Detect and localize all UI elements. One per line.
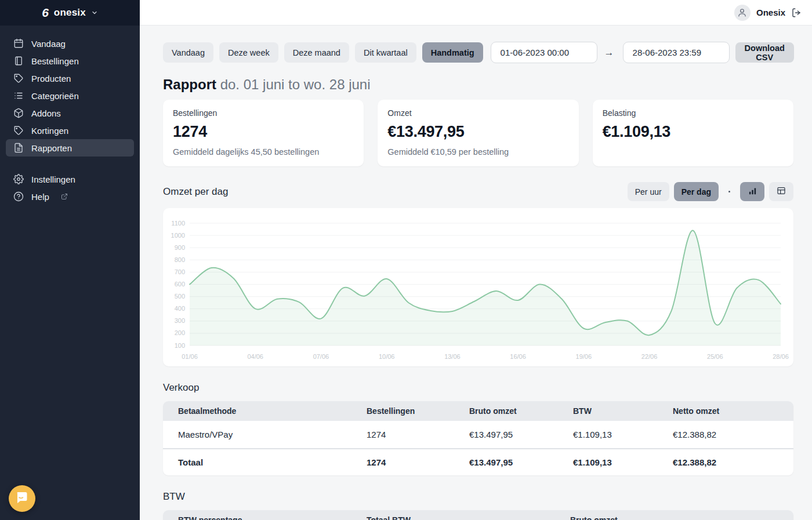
sidebar-item-bestellingen[interactable]: Bestellingen	[6, 52, 134, 70]
calendar-icon	[13, 38, 24, 49]
per-dag-toggle[interactable]: Per dag	[674, 182, 719, 201]
stat-value: 1274	[173, 123, 354, 141]
chart-section-title: Omzet per dag	[163, 186, 228, 198]
stat-card-belasting: Belasting €1.109,13	[593, 100, 793, 166]
cell-betaalmethode: Maestro/VPay	[163, 421, 367, 449]
sidebar-item-label: Vandaag	[31, 39, 66, 49]
stat-label: Omzet	[387, 108, 568, 118]
stat-subtext: Gemiddeld €10,59 per bestelling	[387, 147, 568, 157]
table-icon	[777, 186, 786, 197]
chart-view-button[interactable]	[740, 182, 764, 201]
filter-row: Vandaag Deze week Deze maand Dit kwartaa…	[163, 42, 793, 63]
report-title-range: do. 01 juni to wo. 28 juni	[220, 77, 371, 92]
user-name[interactable]: Onesix	[756, 8, 785, 17]
column-header: Bestellingen	[367, 401, 469, 421]
brand-name: onesix	[54, 7, 86, 19]
sidebar-item-vandaag[interactable]: Vandaag	[6, 35, 134, 52]
chat-bubble-icon	[15, 490, 29, 507]
svg-text:22/06: 22/06	[641, 353, 658, 360]
sidebar-item-label: Producten	[31, 74, 71, 83]
svg-text:900: 900	[175, 244, 185, 251]
download-csv-button[interactable]: Download CSV	[735, 42, 794, 63]
main-area: Onesix Vandaag Deze week Deze maand Dit …	[140, 0, 812, 520]
table-row-maestro-vpay: Maestro/VPay 1274 €13.497,95 €1.109,13 €…	[163, 421, 793, 449]
column-header: Totaal BTW	[367, 510, 570, 520]
sidebar-item-producten[interactable]: Producten	[6, 70, 134, 87]
svg-text:01/06: 01/06	[182, 353, 198, 360]
svg-text:300: 300	[175, 317, 185, 324]
gear-icon	[13, 174, 24, 184]
column-header: BTW percentage	[163, 510, 367, 520]
sidebar-item-label: Instellingen	[31, 174, 75, 184]
svg-text:500: 500	[175, 293, 185, 300]
stat-card-bestellingen: Bestellingen 1274 Gemiddeld dagelijks 45…	[163, 100, 364, 166]
date-to-input[interactable]	[623, 42, 730, 63]
cell-netto-omzet: €12.388,82	[673, 421, 793, 449]
cell-bestellingen: 1274	[367, 421, 469, 449]
separator-dot	[728, 191, 730, 192]
logout-icon[interactable]	[791, 8, 802, 18]
verkoop-table: Betaalmethode Bestellingen Bruto omzet B…	[163, 401, 793, 475]
brand-menu[interactable]: 6 onesix	[0, 0, 140, 26]
stat-cards: Bestellingen 1274 Gemiddeld dagelijks 45…	[163, 100, 793, 166]
cell-bruto-omzet: €13.497,95	[469, 449, 573, 475]
omzet-chart-card: 1002003004005006007008009001000110001/06…	[163, 208, 793, 366]
omzet-per-dag-chart: 1002003004005006007008009001000110001/06…	[163, 208, 793, 366]
preset-vandaag-button[interactable]: Vandaag	[163, 42, 213, 63]
column-header: BTW	[573, 401, 673, 421]
sidebar-item-instellingen[interactable]: Instellingen	[6, 170, 134, 188]
sidebar-item-label: Bestellingen	[31, 56, 79, 66]
chevron-down-icon	[91, 9, 98, 16]
svg-text:200: 200	[175, 329, 185, 336]
cell-betaalmethode: Totaal	[163, 449, 367, 475]
stat-value: €1.109,13	[603, 123, 784, 141]
svg-text:16/06: 16/06	[510, 353, 526, 360]
list-icon	[13, 90, 24, 101]
preset-handmatig-button[interactable]: Handmatig	[422, 42, 483, 63]
svg-text:100: 100	[175, 342, 185, 349]
sidebar-item-kortingen[interactable]: Kortingen	[6, 122, 134, 139]
svg-text:04/06: 04/06	[247, 353, 263, 360]
verkoop-section-title: Verkoop	[163, 382, 793, 394]
app-root: 6 onesix Vandaag Bestellingen Producten …	[0, 0, 812, 520]
column-header: Bruto omzet	[570, 510, 793, 520]
verkoop-header-row: Betaalmethode Bestellingen Bruto omzet B…	[163, 401, 793, 421]
svg-text:800: 800	[175, 256, 185, 263]
preset-deze-maand-button[interactable]: Deze maand	[284, 42, 349, 63]
report-title-main: Rapport	[163, 77, 216, 92]
tag-icon	[13, 73, 24, 83]
cell-btw: €1.109,13	[573, 421, 673, 449]
svg-text:10/06: 10/06	[379, 353, 395, 360]
sidebar-nav: Vandaag Bestellingen Producten Categorie…	[0, 26, 140, 205]
sidebar-item-label: Addons	[31, 108, 61, 118]
avatar[interactable]	[734, 5, 751, 21]
sidebar-item-rapporten[interactable]: Rapporten	[6, 139, 134, 157]
page-title: Rapport do. 01 juni to wo. 28 juni	[163, 77, 793, 93]
svg-text:13/06: 13/06	[444, 353, 461, 360]
table-view-button[interactable]	[769, 182, 793, 201]
stat-card-omzet: Omzet €13.497,95 Gemiddeld €10,59 per be…	[378, 100, 578, 166]
column-header: Betaalmethode	[163, 401, 367, 421]
person-icon	[737, 8, 747, 17]
date-from-input[interactable]	[491, 42, 597, 63]
onesix-logo-icon: 6	[42, 6, 49, 19]
document-icon	[13, 143, 24, 153]
svg-text:28/06: 28/06	[773, 353, 789, 360]
svg-text:25/06: 25/06	[707, 353, 723, 360]
sidebar-item-label: Categorieën	[31, 91, 79, 101]
sidebar-item-addons[interactable]: Addons	[6, 104, 134, 122]
help-icon	[13, 191, 24, 202]
package-icon	[13, 108, 24, 118]
report-page: Vandaag Deze week Deze maand Dit kwartaa…	[140, 26, 812, 520]
sidebar-item-help[interactable]: Help	[6, 188, 134, 205]
sidebar-item-label: Rapporten	[31, 143, 72, 153]
sidebar-item-categorieen[interactable]: Categorieën	[6, 87, 134, 104]
per-uur-toggle[interactable]: Per uur	[628, 182, 669, 201]
chat-widget-button[interactable]	[9, 485, 35, 512]
cell-bruto-omzet: €13.497,95	[469, 421, 573, 449]
svg-text:1100: 1100	[171, 220, 185, 227]
svg-text:07/06: 07/06	[313, 353, 329, 360]
stat-label: Belasting	[603, 108, 784, 118]
preset-deze-week-button[interactable]: Deze week	[219, 42, 278, 63]
preset-dit-kwartaal-button[interactable]: Dit kwartaal	[355, 42, 416, 63]
